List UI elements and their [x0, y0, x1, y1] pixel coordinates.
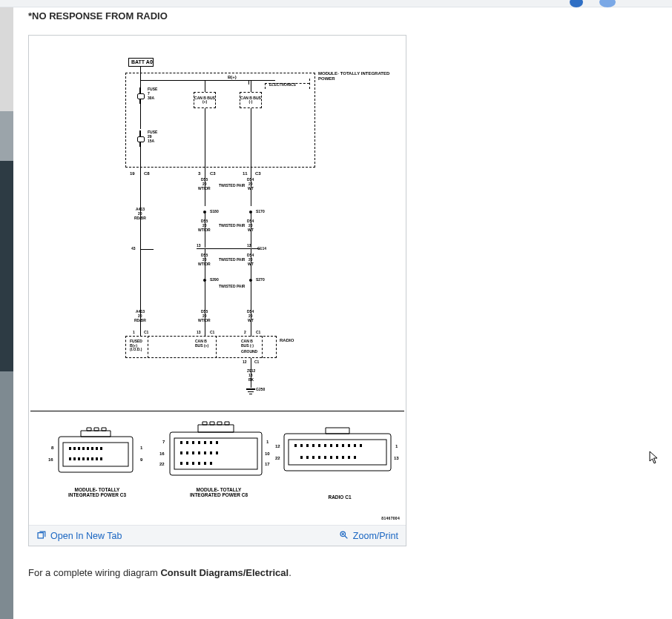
- page-left-margin: [0, 0, 13, 619]
- s290: S290: [210, 278, 219, 282]
- svg-rect-62: [348, 456, 350, 459]
- c114-right: 12: [247, 244, 251, 248]
- svg-rect-37: [198, 462, 200, 465]
- twisted-pair-2: TWISTED PAIR: [219, 224, 245, 228]
- zoom-print-button[interactable]: Zoom/Print: [339, 530, 398, 542]
- svg-rect-32: [210, 451, 212, 454]
- c3a-name: C3: [210, 171, 216, 176]
- gnd-sym3: [249, 394, 252, 394]
- canm-vert1: [251, 108, 251, 169]
- section-title: *NO RESPONSE FROM RADIO: [28, 7, 672, 35]
- elec-box-l: [265, 83, 266, 89]
- connector-c3: [51, 423, 140, 481]
- open-in-new-tab-button[interactable]: Open In New Tab: [36, 530, 122, 542]
- connector-c8: [164, 419, 268, 483]
- svg-rect-56: [312, 456, 314, 459]
- svg-rect-4: [78, 447, 80, 450]
- svg-rect-60: [336, 456, 338, 459]
- caption-suffix: .: [289, 567, 291, 578]
- svg-rect-16: [96, 457, 98, 460]
- figure-toolbar: Open In New Tab Zoom/Print: [29, 525, 406, 546]
- svg-rect-9: [100, 447, 102, 450]
- radio-pin12: 12: [275, 444, 280, 448]
- electronics-label: ELECTRONICS: [269, 83, 296, 87]
- open-in-new-tab-label: Open In New Tab: [50, 531, 122, 541]
- rb-d2: [216, 336, 217, 358]
- radio-label: RADIO: [280, 338, 294, 343]
- batt-drop: [140, 67, 141, 80]
- svg-rect-43: [300, 444, 303, 447]
- svg-rect-34: [180, 462, 182, 465]
- a413-vert2: [140, 249, 141, 337]
- a413-color2: RD/BR: [134, 319, 146, 323]
- svg-rect-25: [210, 441, 212, 444]
- twisted-pair-4: TWISTED PAIR: [219, 285, 245, 288]
- svg-rect-15: [91, 457, 93, 460]
- batt-label: BATT A0: [131, 59, 153, 65]
- radio-pin1: 1: [395, 444, 398, 448]
- c8-cavity: 19: [130, 171, 135, 176]
- wiring-diagram-canvas: BATT A0 MODULE- TOTALLY INTEGRATED POWER…: [29, 36, 406, 525]
- svg-rect-63: [354, 456, 356, 459]
- connector-c3-label: MODULE- TOTALLY INTEGRATED POWER C3: [63, 487, 131, 497]
- canb-minus-radio: CAN B BUS (-): [241, 340, 254, 348]
- d54-c-a: WT: [248, 187, 254, 191]
- ground-label: GROUND: [241, 350, 257, 354]
- rb-d3: [262, 336, 263, 358]
- c1-canm-cav: 2: [244, 331, 246, 335]
- c8-name: C8: [144, 171, 150, 176]
- svg-rect-55: [306, 456, 309, 459]
- svg-rect-22: [192, 441, 194, 444]
- c8-pin10: 10: [265, 451, 270, 456]
- svg-rect-8: [96, 447, 98, 450]
- c3-pin9: 9: [140, 457, 142, 462]
- svg-rect-57: [318, 456, 320, 459]
- svg-rect-24: [204, 441, 206, 444]
- twisted-pair-3: TWISTED PAIR: [219, 258, 245, 262]
- svg-rect-3: [73, 447, 76, 450]
- c114-left: 13: [197, 244, 201, 248]
- radio-pin22: 22: [275, 456, 280, 460]
- fuse1-amps: 30A: [148, 96, 154, 100]
- svg-rect-5: [82, 447, 85, 450]
- c1-canp-cav: 13: [197, 331, 201, 335]
- c3a-cavity: 3: [198, 171, 200, 176]
- a413-color1: RD/BR: [134, 216, 146, 221]
- svg-rect-21: [186, 441, 188, 444]
- connector-region: 8 1 16 9 MODULE- TOTALLY INTEGRATED POWE…: [30, 411, 404, 522]
- svg-rect-1: [63, 443, 128, 466]
- svg-rect-58: [324, 456, 326, 459]
- zoom-print-label: Zoom/Print: [353, 531, 398, 541]
- d55-c-a: WT/OR: [198, 187, 211, 191]
- can-b-plus-box: CAN B BUS (+): [194, 92, 216, 108]
- svg-rect-6: [87, 447, 89, 450]
- svg-rect-33: [216, 451, 218, 454]
- svg-rect-51: [348, 444, 350, 447]
- titlebar-decoration-1: [570, 0, 583, 7]
- caption-prefix: For a complete wiring diagram: [28, 567, 160, 578]
- svg-rect-14: [87, 457, 89, 460]
- c1-fused-cav: 1: [133, 331, 135, 335]
- svg-rect-61: [342, 456, 344, 459]
- window-titlebar: [0, 0, 672, 7]
- svg-rect-11: [73, 457, 76, 460]
- c3b-cavity: 11: [243, 171, 248, 176]
- svg-rect-53: [360, 444, 362, 447]
- fuse2-out: [140, 147, 141, 168]
- svg-rect-50: [342, 444, 344, 447]
- c8-pin1: 1: [266, 440, 269, 444]
- d55-c-c: WT/OR: [198, 262, 211, 267]
- titlebar-decoration-2: [599, 0, 616, 7]
- c1-fused-name: C1: [144, 331, 148, 335]
- figure-caption: For a complete wiring diagram Consult Di…: [28, 546, 672, 578]
- connector-c8-label: MODULE- TOTALLY INTEGRATED POWER C8: [185, 487, 253, 497]
- c3-pin8: 8: [51, 446, 53, 450]
- node-43: 43: [131, 247, 136, 251]
- radio-pin13: 13: [394, 456, 399, 460]
- d54-c-cc: WT: [248, 262, 254, 267]
- c1-canm-name: C1: [256, 331, 260, 335]
- caption-bold: Consult Diagrams/Electrical: [160, 567, 289, 578]
- svg-rect-36: [192, 462, 194, 465]
- d54-c-b: WT: [248, 228, 254, 233]
- s170: S170: [256, 210, 265, 214]
